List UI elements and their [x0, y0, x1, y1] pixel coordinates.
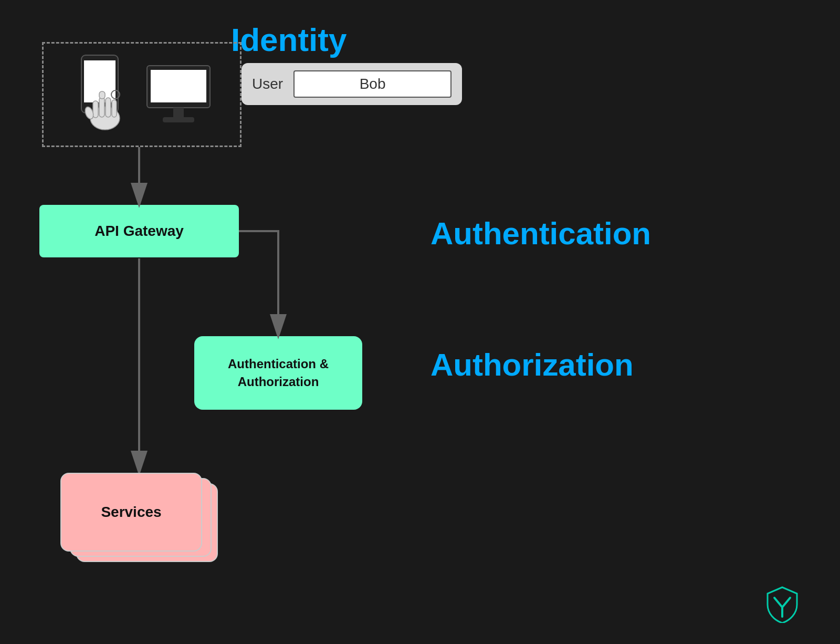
- phone-icon: [71, 53, 134, 137]
- authorization-label: Authorization: [430, 347, 634, 383]
- svg-rect-14: [163, 117, 194, 122]
- services-box-front: Services: [60, 473, 202, 552]
- identity-title: Identity: [231, 21, 346, 58]
- svg-rect-13: [173, 108, 184, 118]
- svg-rect-5: [99, 97, 104, 117]
- svg-rect-12: [151, 70, 206, 102]
- client-devices-box: [42, 42, 242, 147]
- svg-rect-6: [106, 98, 111, 117]
- monitor-icon: [144, 60, 213, 129]
- services-label: Services: [101, 504, 161, 521]
- diagram-container: Identity: [0, 0, 840, 644]
- svg-rect-7: [112, 100, 117, 117]
- auth-box: Authentication &Authorization: [194, 336, 362, 410]
- user-identity-box: User Bob: [242, 63, 462, 105]
- svg-rect-9: [99, 91, 105, 99]
- services-stack: Services: [60, 473, 213, 562]
- api-gateway-box: API Gateway: [39, 205, 239, 257]
- logo-icon: [766, 586, 798, 623]
- user-label: User: [252, 76, 283, 92]
- user-value: Bob: [293, 70, 452, 98]
- auth-box-label: Authentication &Authorization: [228, 355, 329, 390]
- authentication-label: Authentication: [430, 215, 651, 252]
